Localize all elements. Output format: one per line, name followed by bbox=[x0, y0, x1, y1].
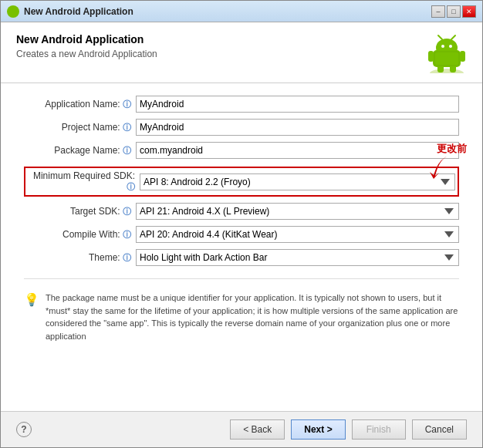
window-icon bbox=[7, 5, 19, 18]
svg-point-3 bbox=[441, 45, 444, 48]
minimize-button[interactable]: – bbox=[431, 5, 445, 18]
target-sdk-row: Target SDK: ⓘ API 21: Android 4.X (L Pre… bbox=[24, 203, 459, 220]
svg-rect-8 bbox=[460, 51, 465, 62]
target-sdk-info-icon[interactable]: ⓘ bbox=[123, 207, 131, 216]
dialog-subtitle: Creates a new Android Application bbox=[16, 49, 157, 59]
package-name-label: Package Name: ⓘ bbox=[24, 145, 136, 157]
back-button[interactable]: < Back bbox=[230, 419, 285, 440]
min-sdk-highlighted-row: Minimum Required SDK: ⓘ API 8: Android 2… bbox=[24, 167, 459, 197]
theme-select[interactable]: Holo Light with Dark Action Bar Holo Dar… bbox=[136, 249, 459, 266]
min-sdk-label: Minimum Required SDK: ⓘ bbox=[28, 170, 140, 193]
annotation-arrow bbox=[424, 153, 454, 184]
window-controls: – □ ✕ bbox=[431, 5, 476, 18]
package-name-input[interactable] bbox=[136, 142, 459, 159]
theme-label: Theme: ⓘ bbox=[24, 252, 136, 264]
next-button[interactable]: Next > bbox=[291, 419, 345, 440]
footer-buttons: < Back Next > Finish Cancel bbox=[230, 419, 467, 440]
footer: ? < Back Next > Finish Cancel bbox=[1, 411, 482, 447]
dialog-title: New Android Application bbox=[16, 33, 157, 45]
close-button[interactable]: ✕ bbox=[462, 5, 476, 18]
svg-point-4 bbox=[449, 45, 452, 48]
bulb-icon: 💡 bbox=[24, 292, 39, 397]
cancel-button[interactable]: Cancel bbox=[412, 419, 467, 440]
maximize-button[interactable]: □ bbox=[447, 5, 461, 18]
svg-line-6 bbox=[451, 35, 455, 39]
window-title: New Android Application bbox=[24, 6, 431, 17]
target-sdk-select[interactable]: API 21: Android 4.X (L Preview) API 20: … bbox=[136, 203, 459, 220]
header-section: New Android Application Creates a new An… bbox=[1, 22, 482, 83]
footer-left: ? bbox=[16, 422, 32, 437]
application-name-label: Application Name: ⓘ bbox=[24, 99, 136, 110]
svg-rect-9 bbox=[437, 65, 444, 72]
package-name-row: Package Name: ⓘ bbox=[24, 142, 459, 159]
form-section: Application Name: ⓘ Project Name: ⓘ Pack… bbox=[24, 96, 459, 159]
package-name-info-icon[interactable]: ⓘ bbox=[123, 146, 131, 155]
compile-with-select[interactable]: API 20: Android 4.4 (KitKat Wear) API 21… bbox=[136, 226, 459, 243]
compile-with-label: Compile With: ⓘ bbox=[24, 229, 136, 241]
android-logo bbox=[427, 33, 467, 73]
svg-point-0 bbox=[430, 69, 464, 73]
min-sdk-select[interactable]: API 8: Android 2.2 (Froyo) API 10: Andro… bbox=[140, 173, 455, 190]
main-window: New Android Application – □ ✕ New Androi… bbox=[0, 0, 483, 448]
svg-rect-7 bbox=[428, 51, 434, 62]
info-message: The package name must be a unique identi… bbox=[46, 291, 459, 397]
svg-line-5 bbox=[438, 35, 442, 39]
compile-with-row: Compile With: ⓘ API 20: Android 4.4 (Kit… bbox=[24, 226, 459, 243]
title-bar: New Android Application – □ ✕ bbox=[1, 1, 482, 22]
section-divider bbox=[24, 278, 459, 279]
application-name-row: Application Name: ⓘ bbox=[24, 96, 459, 113]
project-name-info-icon[interactable]: ⓘ bbox=[123, 123, 131, 132]
compile-with-info-icon[interactable]: ⓘ bbox=[123, 230, 131, 239]
finish-button[interactable]: Finish bbox=[352, 419, 406, 440]
application-name-info-icon[interactable]: ⓘ bbox=[123, 99, 131, 109]
target-sdk-label: Target SDK: ⓘ bbox=[24, 206, 136, 217]
theme-row: Theme: ⓘ Holo Light with Dark Action Bar… bbox=[24, 249, 459, 266]
project-name-row: Project Name: ⓘ bbox=[24, 119, 459, 136]
application-name-input[interactable] bbox=[136, 96, 459, 113]
svg-rect-10 bbox=[450, 65, 456, 72]
svg-point-2 bbox=[436, 39, 458, 57]
help-button[interactable]: ? bbox=[16, 422, 32, 437]
content-area: Application Name: ⓘ Project Name: ⓘ Pack… bbox=[1, 83, 482, 411]
project-name-label: Project Name: ⓘ bbox=[24, 122, 136, 133]
project-name-input[interactable] bbox=[136, 119, 459, 136]
theme-info-icon[interactable]: ⓘ bbox=[123, 253, 131, 262]
min-sdk-info-icon[interactable]: ⓘ bbox=[127, 182, 135, 191]
header-text: New Android Application Creates a new An… bbox=[16, 33, 157, 59]
info-box: 💡 The package name must be a unique iden… bbox=[24, 285, 459, 403]
